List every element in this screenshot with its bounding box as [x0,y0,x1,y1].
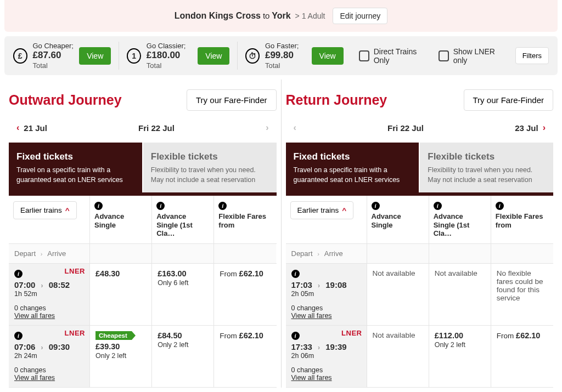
arrive-time: 09:30 [49,342,70,351]
fare-price: £48.30 [95,269,146,278]
promo-faster-view-button[interactable]: View [312,47,344,65]
return-depart-arrive-row: Depart › Arrive [286,244,554,264]
lner-badge: LNER [65,329,85,337]
promo-cheaper-view-button[interactable]: View [79,47,111,65]
info-icon[interactable]: i [291,332,300,340]
fare-cell[interactable]: £48.30 [90,264,152,325]
fare-prefix: From [220,332,239,340]
return-row-time[interactable]: i 17:03 › 19:08 2h 05m 0 changes View al… [286,264,367,325]
duration: 2h 05m [291,290,361,298]
outward-header-row: Earlier trains^ i Advance Single i Advan… [9,196,277,244]
info-icon[interactable]: i [14,332,23,340]
fare-cell[interactable]: From £62.10 [491,326,553,387]
lner-badge: LNER [341,329,362,337]
return-ticket-tabs: Fixed tickets Travel on a specific train… [286,143,554,192]
outward-earlier-trains-button[interactable]: Earlier trains^ [13,201,77,219]
outward-row: i LNER 07:06 › 09:30 2h 24m 0 changes Vi… [9,326,277,388]
direct-trains-checkbox[interactable] [359,50,369,61]
promo-classier-total: Total [147,61,161,70]
return-fixed-tab-title: Fixed tickets [294,151,412,162]
outward-fixed-tab-title: Fixed tickets [16,151,134,162]
promo-classier-label: Go Classier; [147,42,192,50]
outward-ticket-tabs: Fixed tickets Travel on a specific train… [9,143,277,192]
view-all-fares-link[interactable]: View all fares [291,374,361,382]
info-icon[interactable]: i [496,202,504,210]
lner-only-toggle[interactable]: Show LNER only [439,47,508,65]
to-station: York [272,11,290,20]
return-flexible-tab[interactable]: Flexible tickets Flexibility to travel w… [419,143,553,192]
lner-only-checkbox[interactable] [439,50,449,61]
arrive-time: 19:39 [325,342,346,351]
fare-price: £112.00 [435,331,485,340]
changes: 0 changes [14,304,84,312]
fare-cell[interactable]: £112.00 Only 2 left [429,326,491,387]
chevron-right-icon: › [41,344,43,351]
view-all-fares-link[interactable]: View all fares [291,312,361,320]
outward-row-time[interactable]: i LNER 07:00 › 08:52 1h 52m 0 changes Vi… [9,264,90,325]
return-row-time[interactable]: i LNER 17:33 › 19:39 2h 06m 0 changes Vi… [286,326,367,387]
outward-date: Fri 22 Jul [138,123,175,133]
not-available: Not available [435,269,485,277]
chevron-right-icon: › [318,344,320,351]
info-icon[interactable]: i [156,202,165,210]
col-flexible-fares: Flexible Fares from [496,212,549,229]
return-fare-finder-button[interactable]: Try our Fare-Finder [464,89,553,111]
filters-button[interactable]: Filters [515,47,549,64]
direct-trains-toggle[interactable]: Direct Trains Only [359,47,431,65]
return-date: Fri 22 Jul [387,123,424,133]
return-fixed-tab-sub: Travel on a specific train with a guaran… [294,166,412,185]
fare-cell[interactable]: £163.00 Only 6 left [152,264,214,325]
first-class-icon: 1 [127,48,141,64]
chevron-right-icon: › [41,282,43,289]
fare-prefix: From [220,270,239,278]
view-all-fares-link[interactable]: View all fares [14,374,84,382]
fare-cell: Not available [367,326,429,387]
info-icon[interactable]: i [94,202,103,210]
info-icon[interactable]: i [14,270,23,278]
not-available: Not available [373,269,423,277]
return-row: i LNER 17:33 › 19:39 2h 06m 0 changes Vi… [286,326,554,388]
return-header-row: Earlier trains^ i Advance Single i Advan… [286,196,554,244]
return-earlier-trains-button[interactable]: Earlier trains^ [290,201,354,219]
promo-faster-total: Total [265,61,280,70]
outward-flexible-tab[interactable]: Flexible tickets Flexibility to travel w… [142,143,277,192]
speed-icon: ⏱ [245,48,260,64]
lner-badge: LNER [65,267,85,275]
col-flexible-fares: Flexible Fares from [218,212,272,229]
edit-journey-button[interactable]: Edit journey [333,8,387,24]
fare-note: Only 2 left [158,341,208,349]
info-icon[interactable]: i [434,202,442,210]
fare-prefix: From [497,332,516,340]
info-icon[interactable]: i [291,270,300,278]
chevron-right-icon: › [543,123,546,133]
up-caret-icon: ^ [342,206,346,214]
up-caret-icon: ^ [65,206,70,214]
outward-fixed-tab-sub: Travel on a specific train with a guaran… [16,166,134,185]
fare-cell[interactable]: From £62.10 [214,326,276,387]
return-next-date[interactable]: 23 Jul › [515,123,546,133]
lner-only-label: Show LNER only [453,47,508,65]
outward-fare-finder-button[interactable]: Try our Fare-Finder [187,89,276,111]
fare-cell[interactable]: Cheapest £39.30 Only 2 left [90,326,152,387]
info-icon[interactable]: i [372,202,380,210]
direct-trains-label: Direct Trains Only [374,47,431,65]
return-fixed-tab[interactable]: Fixed tickets Travel on a specific train… [286,143,419,192]
outward-fixed-tab[interactable]: Fixed tickets Travel on a specific train… [9,143,142,192]
view-all-fares-link[interactable]: View all fares [14,312,84,320]
fare-cell[interactable]: £84.50 Only 2 left [152,326,214,387]
outward-depart-arrive-row: Depart › Arrive [9,244,277,264]
promo-classier-view-button[interactable]: View [198,47,229,65]
promo-faster-label: Go Faster; [265,42,306,50]
fare-price: £62.10 [239,331,263,340]
promo-cheaper-total: Total [33,61,48,70]
duration: 2h 24m [14,352,84,360]
outward-row-time[interactable]: i LNER 07:06 › 09:30 2h 24m 0 changes Vi… [9,326,90,387]
fare-cell[interactable]: From £62.10 [214,264,276,325]
outward-prev-date[interactable]: ‹ 21 Jul [16,123,47,133]
from-station: London Kings Cross [175,11,261,20]
fare-price: £62.10 [516,331,540,340]
fare-price: £62.10 [239,269,263,278]
info-icon[interactable]: i [218,202,227,210]
promo-faster: ⏱ Go Faster; £99.80 Total View [237,42,343,70]
changes: 0 changes [291,366,361,374]
